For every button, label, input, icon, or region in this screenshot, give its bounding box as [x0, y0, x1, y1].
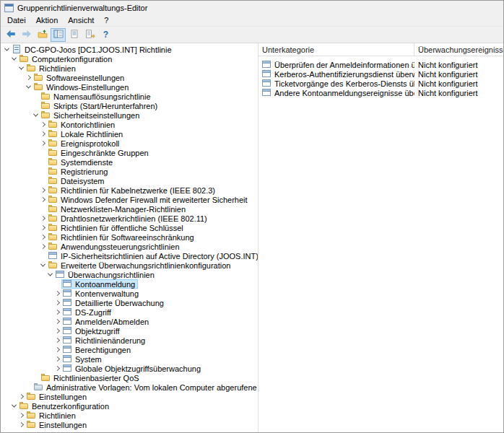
tree-item-content: Netzwerklisten-Manager-Richtlinien [47, 204, 188, 214]
chevron-icon[interactable] [39, 245, 47, 248]
show-hide-console-tree-button[interactable] [51, 28, 66, 42]
tree-item-label: Richtlinien für Softwareeinschränkung [61, 233, 194, 242]
chevron-icon[interactable] [25, 76, 32, 79]
chevron-icon[interactable] [46, 273, 54, 276]
chevron-icon[interactable] [39, 198, 47, 201]
tree-item[interactable]: Einstellungen [1, 392, 258, 401]
chevron-icon[interactable] [17, 395, 25, 398]
column-header-ueberwachungsereignisse[interactable]: Überwachungsereignisse [414, 43, 504, 56]
list-item[interactable]: Kerberos-Authentifizierungsdienst überwa… [258, 69, 503, 79]
tree-item[interactable]: Sicherheitseinstellungen [1, 110, 258, 120]
chevron-icon[interactable] [53, 348, 61, 351]
tree-item[interactable]: Anwendungssteuerungsrichtlinien [1, 242, 258, 251]
menu-item-hilfe[interactable]: ? [99, 15, 113, 25]
column-header-unterkategorie[interactable]: Unterkategorie [258, 43, 414, 56]
tree-item[interactable]: Richtlinien [1, 64, 258, 73]
tree-item[interactable]: Richtlinien für öffentliche Schlüssel [1, 223, 258, 232]
tree-item[interactable]: Windows Defender Firewall mit erweiterte… [1, 195, 258, 204]
chevron-icon[interactable] [17, 414, 25, 417]
properties-button[interactable] [66, 28, 82, 42]
back-arrow-icon [6, 30, 16, 40]
chevron-icon[interactable] [39, 235, 47, 239]
tree-item[interactable]: Systemdienste [1, 157, 258, 167]
chevron-icon[interactable] [3, 48, 11, 51]
menu-item-ansicht[interactable]: Ansicht [63, 15, 99, 25]
folder-icon [48, 157, 58, 167]
export-list-button[interactable] [82, 28, 97, 42]
tree-item[interactable]: System [1, 354, 258, 364]
chevron-icon[interactable] [10, 404, 18, 408]
tree-item[interactable]: Berechtigungen [1, 345, 258, 354]
tree-item[interactable]: Anmelden/Abmelden [1, 317, 258, 326]
chevron-icon[interactable] [25, 85, 32, 89]
chevron-icon[interactable] [53, 357, 61, 361]
chevron-icon[interactable] [17, 66, 25, 70]
tree-item[interactable]: Detaillierte Überwachung [1, 298, 258, 307]
tree-item[interactable]: Registrierung [1, 167, 258, 176]
chevron-icon[interactable] [10, 57, 18, 61]
chevron-icon[interactable] [53, 367, 61, 370]
tree-item[interactable]: Ereignisprotokoll [1, 139, 258, 148]
tree-item[interactable]: Erweiterte Überwachungsrichtlinienkonfig… [1, 261, 258, 270]
help-button[interactable]: ? [98, 28, 113, 42]
chevron-icon[interactable] [53, 301, 61, 305]
tree-item[interactable]: Benutzerkonfiguration [1, 401, 258, 411]
list-item[interactable]: Andere Kontoanmeldungsereignisse überwac… [258, 88, 503, 97]
chevron-icon[interactable] [39, 216, 47, 220]
chevron-icon[interactable] [39, 188, 47, 192]
tree-item[interactable]: Drahtlosnetzwerkrichtlinien (IEEE 802.11… [1, 214, 258, 223]
tree-item[interactable]: Globale Objektzugriffsüberwachung [1, 364, 258, 373]
tree-item[interactable]: Richtlinien [1, 411, 258, 420]
tree-item-content: Windows Defender Firewall mit erweiterte… [47, 195, 251, 204]
tree-item[interactable]: Namensauflösungsrichtlinie [1, 92, 258, 101]
forward-button[interactable] [19, 28, 34, 42]
tree-item[interactable]: Richtlinienbasierter QoS [1, 373, 258, 382]
tree-item[interactable]: Richtlinienänderung [1, 336, 258, 345]
chevron-icon[interactable] [39, 123, 47, 126]
menu-item-aktion[interactable]: Aktion [31, 15, 64, 25]
tree-item[interactable]: DS-Zugriff [1, 307, 258, 317]
tree-item[interactable]: Netzwerklisten-Manager-Richtlinien [1, 204, 258, 214]
tree-item[interactable]: DC-GPO-Joos [DC1.JOOS.INT] Richtlinie [1, 45, 258, 54]
tree-item[interactable]: Richtlinien für Kabelnetzwerke (IEEE 802… [1, 185, 258, 195]
tree-item-label: Einstellungen [39, 393, 87, 401]
tree-item[interactable]: Dateisystem [1, 176, 258, 185]
tree-item[interactable]: Einstellungen [1, 420, 258, 429]
tree-item[interactable]: Objektzugriff [1, 326, 258, 336]
tree-item[interactable]: Eingeschränkte Gruppen [1, 148, 258, 157]
tree-item[interactable]: Richtlinien für Softwareeinschränkung [1, 232, 258, 242]
tree-item-label: Skripts (Start/Herunterfahren) [53, 102, 157, 110]
tree-item[interactable]: Skripts (Start/Herunterfahren) [1, 101, 258, 110]
chevron-icon[interactable] [53, 310, 61, 314]
chevron-icon[interactable] [53, 329, 61, 333]
tree-item[interactable]: Kontorichtlinien [1, 120, 258, 129]
tree-item[interactable]: Lokale Richtlinien [1, 129, 258, 139]
chevron-icon[interactable] [53, 320, 61, 323]
window-title: Gruppenrichtlinienverwaltungs-Editor [17, 4, 147, 12]
tree-item-label: Netzwerklisten-Manager-Richtlinien [61, 205, 186, 214]
tree-item[interactable]: Softwareeinstellungen [1, 73, 258, 82]
chevron-icon[interactable] [39, 141, 47, 145]
tree-item[interactable]: Administrative Vorlagen: Vom lokalen Com… [1, 382, 258, 392]
chevron-icon[interactable] [39, 132, 47, 136]
console-tree-toggle-icon [53, 30, 64, 40]
chevron-icon[interactable] [39, 263, 47, 267]
back-button[interactable] [3, 28, 18, 42]
folder-icon [27, 64, 36, 73]
chevron-icon[interactable] [53, 292, 61, 295]
list-item[interactable]: Ticketvorgänge des Kerberos-Diensts über… [258, 79, 503, 88]
tree-item[interactable]: Computerkonfiguration [1, 54, 258, 64]
list-item[interactable]: Überprüfen der Anmeldeinformationen über… [258, 60, 503, 69]
chevron-icon[interactable] [17, 423, 25, 427]
subcategory-label: Überprüfen der Anmeldeinformationen über… [274, 61, 414, 69]
chevron-icon[interactable] [32, 113, 40, 117]
chevron-icon[interactable] [39, 226, 47, 229]
tree-item[interactable]: Windows-Einstellungen [1, 82, 258, 92]
tree-item[interactable]: Kontenverwaltung [1, 289, 258, 298]
chevron-icon[interactable] [53, 338, 61, 342]
tree-item[interactable]: IP-Sicherheitsrichtlinien auf Active Dir… [1, 251, 258, 261]
tree-item[interactable]: Kontoanmeldung [1, 279, 258, 289]
up-one-level-button[interactable] [35, 28, 50, 42]
tree-item[interactable]: Überwachungsrichtlinien [1, 270, 258, 279]
menu-item-datei[interactable]: Datei [2, 15, 31, 25]
